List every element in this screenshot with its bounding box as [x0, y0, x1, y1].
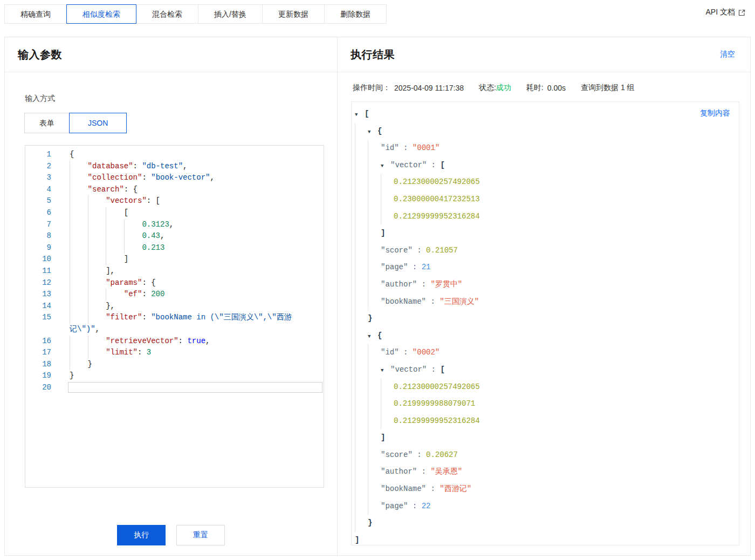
current-line-highlight	[68, 382, 322, 393]
code-line: 12"params": {	[25, 277, 324, 289]
line-number: 17	[25, 347, 51, 359]
execute-button[interactable]: 执行	[117, 525, 166, 545]
tree-token: "score"	[381, 450, 413, 459]
indent-guide	[70, 312, 88, 324]
tree-token: :	[427, 161, 440, 169]
indent-guide	[88, 207, 106, 219]
tab[interactable]: 删除数据	[324, 4, 387, 24]
indent-guide	[70, 359, 88, 371]
collapse-toggle-icon[interactable]: ▼	[381, 363, 390, 380]
line-number: 1	[25, 149, 51, 161]
code-token: "ef"	[124, 290, 142, 298]
json-editor[interactable]: 1{2"database": "db-test",3"collection": …	[25, 145, 324, 488]
tree-token: "0002"	[413, 348, 440, 357]
tab[interactable]: 插入/替换	[198, 4, 263, 24]
tree-indent-guide	[368, 379, 381, 396]
copy-content-button[interactable]: 复制内容	[700, 108, 730, 118]
tree-row: }	[355, 515, 730, 532]
code-line: 17"limit": 3	[25, 347, 324, 359]
tree-row: ▼"vector" : [	[355, 157, 730, 174]
tree-indent-guide	[368, 140, 381, 157]
elapsed-value: 0.00s	[547, 84, 566, 92]
indent-guide	[70, 195, 88, 207]
code-line-content: "filter": "bookName in (\"三国演义\",\"西游	[70, 312, 324, 324]
code-token: : [	[147, 196, 160, 205]
tab[interactable]: 相似度检索	[66, 4, 136, 24]
tree-indent-guide	[368, 157, 381, 174]
tree-token: "id"	[381, 348, 399, 357]
tree-token: "三国演义"	[440, 297, 479, 306]
input-panel: 输入参数 输入方式 表单 JSON 1{2"database": "db-tes…	[5, 37, 338, 555]
tree-indent-guide	[355, 327, 368, 345]
tree-indent-guide	[368, 395, 381, 413]
code-line: 90.213	[25, 242, 324, 254]
line-number: 14	[25, 301, 51, 312]
line-number: 20	[25, 382, 51, 394]
code-line-content: ]	[70, 254, 324, 265]
indent-guide	[88, 265, 106, 277]
status-bar: 操作时间： 2025-04-09 11:17:38 状态: 成功 耗时: 0.0…	[353, 83, 735, 93]
code-line: 19}	[25, 370, 324, 382]
line-number: 2	[25, 161, 51, 173]
code-line-content: "search": {	[70, 184, 324, 196]
code-token: "filter"	[106, 313, 142, 322]
collapse-toggle-icon[interactable]: ▼	[381, 158, 390, 175]
tree-row: ]	[355, 225, 730, 242]
tab[interactable]: 精确查询	[4, 4, 67, 24]
op-time-label: 操作时间：	[353, 83, 390, 93]
code-token: :	[142, 173, 151, 182]
collapse-toggle-icon[interactable]: ▼	[368, 124, 378, 141]
input-mode-toggle: 表单 JSON	[25, 113, 337, 133]
tree-token: 22	[422, 502, 431, 510]
code-token: :	[133, 162, 142, 170]
tab[interactable]: 更新数据	[262, 4, 325, 24]
collapse-toggle-icon[interactable]: ▼	[355, 107, 365, 124]
tab[interactable]: 混合检索	[136, 4, 198, 24]
tree-indent-guide	[368, 413, 381, 430]
tree-token: ]	[355, 536, 359, 544]
tree-row: "author" : "罗贯中"	[355, 276, 730, 293]
code-token: 记\")"	[70, 325, 95, 333]
tree-indent-guide	[368, 463, 381, 481]
api-docs-link[interactable]: API 文档	[706, 8, 745, 17]
tree-indent-guide	[355, 191, 368, 208]
vectordb-debug-page: 精确查询相似度检索混合检索插入/替换更新数据删除数据 API 文档 输入参数 输…	[0, 0, 755, 560]
mode-json-button[interactable]: JSON	[69, 113, 127, 133]
indent-guide	[70, 277, 88, 289]
code-line-content: 0.3123,	[70, 219, 324, 231]
tree-indent-guide	[355, 123, 368, 140]
reset-button[interactable]: 重置	[176, 525, 225, 545]
code-token: [	[124, 208, 128, 217]
tree-token: "author"	[381, 280, 417, 289]
tree-indent-guide	[355, 293, 368, 311]
result-panel-title: 执行结果	[351, 47, 395, 62]
code-token: "retrieveVector"	[106, 337, 178, 345]
collapse-toggle-icon[interactable]: ▼	[368, 329, 378, 346]
tree-row: ▼{	[355, 327, 730, 345]
code-token: 0.43	[142, 231, 160, 240]
tree-indent-guide	[368, 242, 381, 259]
tree-token: :	[413, 450, 426, 459]
tree-token: :	[399, 348, 413, 357]
tree-row: "score" : 0.21057	[355, 242, 730, 259]
tree-indent-guide	[355, 361, 368, 379]
code-token: ,	[169, 220, 174, 229]
code-token: :	[179, 337, 188, 345]
code-token: ,	[210, 173, 214, 182]
indent-guide	[70, 347, 88, 359]
line-number: 12	[25, 277, 51, 289]
tree-indent-guide	[368, 498, 381, 515]
clear-button[interactable]: 清空	[720, 50, 735, 59]
code-line: 5"vectors": [	[25, 195, 324, 207]
indent-guide	[124, 219, 142, 231]
code-token: 200	[151, 290, 164, 298]
code-token: },	[106, 302, 115, 310]
mode-form-button[interactable]: 表单	[24, 113, 70, 133]
tree-indent-guide	[355, 429, 368, 447]
code-token: ,	[160, 231, 164, 240]
indent-guide	[88, 219, 106, 231]
line-number: 5	[25, 195, 51, 207]
tree-token: "vector"	[390, 365, 427, 374]
indent-guide	[106, 254, 124, 265]
external-link-icon	[738, 9, 745, 16]
